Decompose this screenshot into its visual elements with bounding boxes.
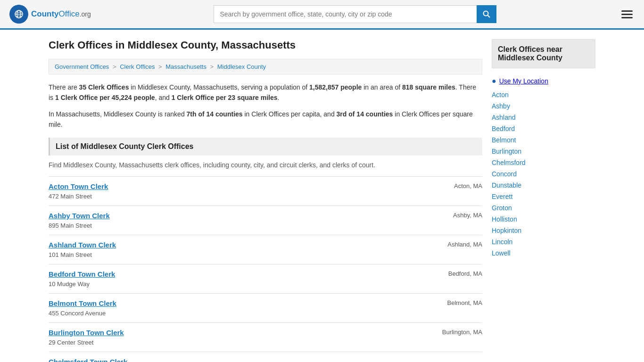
breadcrumb-massachusetts[interactable]: Massachusetts [165,63,206,70]
sidebar-city-item[interactable]: Acton [492,89,595,100]
clerk-list-item: Acton Town Clerk 472 Main Street Acton, … [49,176,482,206]
logo-area: CountyOffice.org [9,5,91,24]
sidebar-city-link[interactable]: Belmont [492,136,516,144]
menu-line-2 [621,14,633,15]
sidebar-city-link[interactable]: Hopkinton [492,227,521,234]
sidebar-city-link[interactable]: Burlington [492,148,521,155]
sidebar-title: Clerk Offices near Middlesex County [498,45,562,62]
clerk-name-link[interactable]: Belmont Town Clerk [49,299,444,307]
content-area: Clerk Offices in Middlesex County, Massa… [49,39,482,362]
breadcrumb-clerk-offices[interactable]: Clerk Offices [120,63,155,70]
description-2: In Massachusetts, Middlesex County is ra… [49,109,482,130]
breadcrumb-sep-2: > [158,63,164,70]
population: 1,582,857 people [309,83,362,91]
sidebar-header: Clerk Offices near Middlesex County [492,39,595,68]
clerk-city: Bedford, MA [448,270,482,277]
clerk-address: 29 Center Street [49,339,93,346]
search-input[interactable] [214,5,477,23]
clerk-info: Belmont Town Clerk 455 Concord Avenue [49,299,444,317]
menu-line-3 [621,17,633,18]
section-desc: Find Middlesex County, Massachusetts cle… [49,161,482,169]
clerk-address: 472 Main Street [49,193,92,200]
clerk-info: Acton Town Clerk 472 Main Street [49,182,450,200]
sidebar-city-item[interactable]: Burlington [492,146,595,157]
breadcrumb-sep-3: > [210,63,215,70]
sidebar-city-item[interactable]: Ashland [492,112,595,123]
clerk-name-link[interactable]: Bedford Town Clerk [49,270,445,278]
sidebar-city-link[interactable]: Lincoln [492,238,512,246]
sidebar-city-link[interactable]: Dunstable [492,181,521,189]
sidebar-city-item[interactable]: Dunstable [492,180,595,191]
clerk-list-item: Burlington Town Clerk 29 Center Street B… [49,322,482,352]
sidebar-city-item[interactable]: Ashby [492,100,595,112]
sidebar-city-link[interactable]: Holliston [492,215,517,223]
clerk-info: Ashland Town Clerk 101 Main Street [49,241,444,258]
sidebar-city-link[interactable]: Groton [492,204,512,212]
sidebar-city-link[interactable]: Chelmsford [492,159,526,166]
sidebar-city-item[interactable]: Bedford [492,123,595,134]
clerk-city: Burlington, MA [442,329,482,336]
sidebar-city-item[interactable]: Holliston [492,214,595,225]
sidebar-list: ● Use My Location ActonAshbyAshlandBedfo… [492,74,595,259]
rank-capita: 7th of 14 counties [187,110,243,118]
clerk-address: 10 Mudge Way [49,280,90,288]
clerk-name-link[interactable]: Acton Town Clerk [49,182,450,190]
sidebar-city-link[interactable]: Bedford [492,125,515,132]
breadcrumb: Government Offices > Clerk Offices > Mas… [49,59,482,74]
clerk-list-item: Ashby Town Clerk 895 Main Street Ashby, … [49,206,482,235]
sidebar-city-link[interactable]: Acton [492,91,509,99]
clerk-list-item: Ashland Town Clerk 101 Main Street Ashla… [49,235,482,264]
breadcrumb-sep-1: > [113,63,118,70]
sidebar-city-link[interactable]: Everett [492,193,512,200]
sidebar-city-item[interactable]: Hopkinton [492,225,595,236]
per-capita: 1 Clerk Office per 45,224 people [55,94,155,101]
sidebar-city-item[interactable]: Chelmsford [492,157,595,168]
breadcrumb-middlesex[interactable]: Middlesex County [217,63,266,70]
clerk-name-link[interactable]: Burlington Town Clerk [49,329,438,337]
use-location-item[interactable]: ● Use My Location [492,74,595,89]
sidebar-city-link[interactable]: Lowell [492,249,511,257]
svg-line-5 [488,16,490,18]
clerk-city: Acton, MA [454,182,482,189]
clerk-city: Belmont, MA [447,299,482,306]
clerk-count: 35 Clerk Offices [79,83,129,91]
clerk-list-item: Chelmsford Town Clerk [49,352,482,362]
sidebar-city-item[interactable]: Everett [492,191,595,202]
clerk-list: Acton Town Clerk 472 Main Street Acton, … [49,176,482,362]
location-icon: ● [492,77,496,85]
breadcrumb-gov-offices[interactable]: Government Offices [55,63,109,70]
search-icon [483,10,490,18]
sidebar-city-item[interactable]: Groton [492,202,595,214]
page-title: Clerk Offices in Middlesex County, Massa… [49,39,482,51]
clerk-name-link[interactable]: Ashby Town Clerk [49,212,449,220]
section-title: List of Middlesex County Clerk Offices [56,142,194,150]
clerk-name-link[interactable]: Ashland Town Clerk [49,241,444,249]
search-button[interactable] [477,5,496,23]
header: CountyOffice.org [0,0,644,30]
clerk-list-item: Belmont Town Clerk 455 Concord Avenue Be… [49,293,482,322]
clerk-address: 455 Concord Avenue [49,310,106,317]
clerk-name-link[interactable]: Chelmsford Town Clerk [49,358,479,362]
use-location-link[interactable]: Use My Location [499,77,548,85]
clerk-list-item: Bedford Town Clerk 10 Mudge Way Bedford,… [49,264,482,293]
menu-button[interactable] [619,8,635,20]
logo-icon [9,5,28,24]
sidebar-city-item[interactable]: Concord [492,168,595,180]
per-sqmile: 1 Clerk Office per 23 square miles [172,94,278,101]
menu-line-1 [621,10,633,12]
sidebar: Clerk Offices near Middlesex County ● Us… [492,39,595,362]
clerk-city: Ashby, MA [453,212,482,219]
clerk-info: Burlington Town Clerk 29 Center Street [49,329,438,346]
sidebar-city-link[interactable]: Ashland [492,114,516,121]
sidebar-city-item[interactable]: Lowell [492,247,595,259]
sidebar-city-item[interactable]: Lincoln [492,236,595,247]
clerk-city: Ashland, MA [447,241,482,248]
rank-sqmile: 3rd of 14 counties [337,110,393,118]
clerk-address: 895 Main Street [49,222,92,229]
sidebar-city-link[interactable]: Concord [492,170,517,178]
clerk-info: Ashby Town Clerk 895 Main Street [49,212,449,229]
main-container: Clerk Offices in Middlesex County, Massa… [39,30,605,362]
sidebar-city-link[interactable]: Ashby [492,102,510,110]
sidebar-city-item[interactable]: Belmont [492,134,595,146]
search-area [214,5,496,23]
